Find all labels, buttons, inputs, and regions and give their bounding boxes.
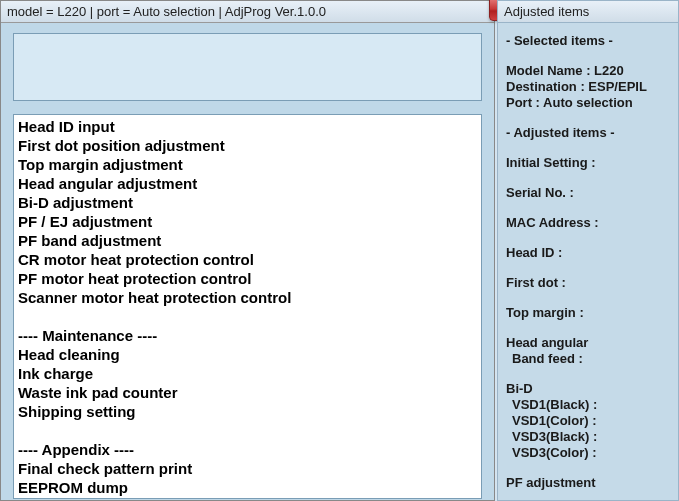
list-item[interactable]: Waste ink pad counter [18, 383, 477, 402]
content-area: Head ID input First dot position adjustm… [1, 23, 494, 500]
side-vsd3c: VSD3(Color) : [506, 445, 676, 461]
list-item[interactable]: PF motor heat protection control [18, 269, 477, 288]
side-topmargin: Top margin : [506, 305, 676, 321]
titlebar: model = L220 | port = Auto selection | A… [1, 1, 494, 23]
side-bandfeed: Band feed : [506, 351, 676, 367]
list-item[interactable]: Bi-D adjustment [18, 193, 477, 212]
side-vsd1c: VSD1(Color) : [506, 413, 676, 429]
side-pfadj: PF adjustment [506, 475, 676, 491]
side-model: Model Name : L220 [506, 63, 676, 79]
side-port: Port : Auto selection [506, 95, 676, 111]
listbox-container: Head ID input First dot position adjustm… [13, 114, 482, 499]
side-headid: Head ID : [506, 245, 676, 261]
side-selected-header: - Selected items - [506, 33, 676, 49]
command-input[interactable] [13, 33, 482, 101]
side-initial: Initial Setting : [506, 155, 676, 171]
adjustment-listbox[interactable]: Head ID input First dot position adjustm… [14, 115, 481, 498]
side-adjusted-header: - Adjusted items - [506, 125, 676, 141]
side-serial: Serial No. : [506, 185, 676, 201]
list-item[interactable]: CR motor heat protection control [18, 250, 477, 269]
side-panel-title: Adjusted items [498, 1, 678, 23]
list-section-header: ---- Maintenance ---- [18, 326, 477, 345]
list-item [18, 307, 477, 326]
window-title: model = L220 | port = Auto selection | A… [7, 4, 326, 19]
side-headang: Head angular [506, 335, 676, 351]
side-vsd3b: VSD3(Black) : [506, 429, 676, 445]
list-item[interactable]: Final check pattern print [18, 459, 477, 478]
side-firstdot: First dot : [506, 275, 676, 291]
list-item[interactable]: PF band adjustment [18, 231, 477, 250]
list-item[interactable]: Head cleaning [18, 345, 477, 364]
side-panel: Adjusted items - Selected items - Model … [497, 0, 679, 501]
side-bid: Bi-D [506, 381, 676, 397]
side-vsd1b: VSD1(Black) : [506, 397, 676, 413]
list-item[interactable]: Head angular adjustment [18, 174, 477, 193]
list-item[interactable]: Shipping setting [18, 402, 477, 421]
list-item [18, 421, 477, 440]
list-item[interactable]: Ink charge [18, 364, 477, 383]
list-section-header: ---- Appendix ---- [18, 440, 477, 459]
list-item[interactable]: EEPROM dump [18, 478, 477, 497]
list-item[interactable]: Head ID input [18, 117, 477, 136]
list-item[interactable]: Scanner motor heat protection control [18, 288, 477, 307]
list-item[interactable]: Top margin adjustment [18, 155, 477, 174]
list-item[interactable]: PF / EJ adjustment [18, 212, 477, 231]
side-destination: Destination : ESP/EPIL [506, 79, 676, 95]
list-item[interactable]: First dot position adjustment [18, 136, 477, 155]
side-mac: MAC Address : [506, 215, 676, 231]
side-panel-body[interactable]: - Selected items - Model Name : L220 Des… [498, 23, 678, 500]
main-window: model = L220 | port = Auto selection | A… [0, 0, 495, 501]
